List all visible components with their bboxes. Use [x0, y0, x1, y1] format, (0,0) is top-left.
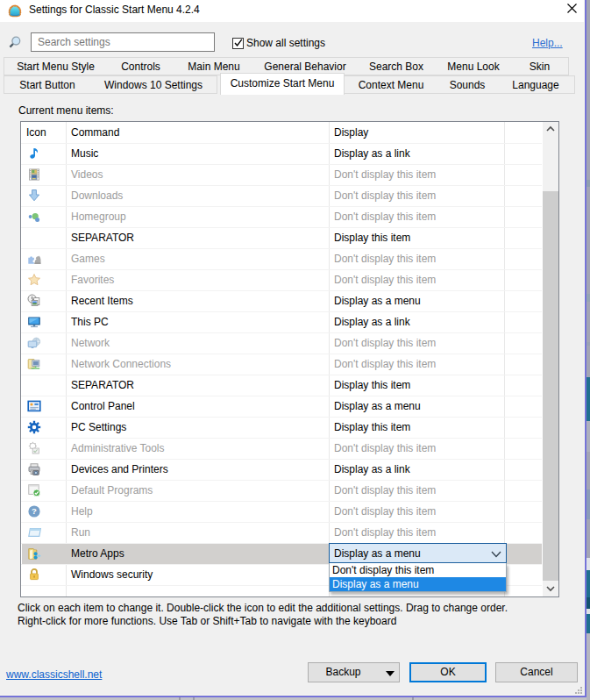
svg-text:?: ? — [32, 506, 37, 516]
